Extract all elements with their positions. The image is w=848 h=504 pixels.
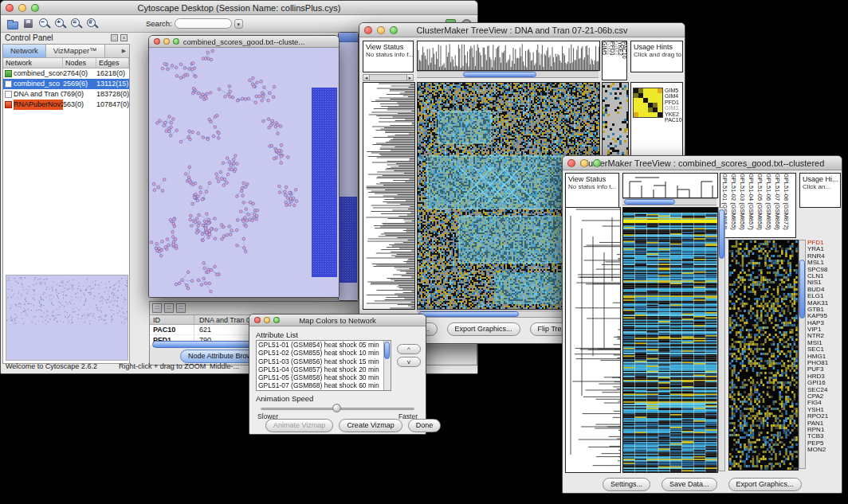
attribute-create-icon[interactable]: [164, 303, 174, 313]
search-dropdown-icon[interactable]: ▾: [234, 19, 243, 29]
control-panel: NetworkVizMapper™▶ Network Nodes Edges c…: [2, 44, 130, 364]
move-up-button[interactable]: ^: [397, 344, 421, 354]
tab-vizmapper[interactable]: VizMapper™: [46, 45, 105, 57]
close-button[interactable]: [154, 38, 160, 45]
column-label: GPL51-06 (GSM865): [764, 174, 773, 237]
listbox-vscrollbar[interactable]: [383, 341, 391, 390]
network-window-titlebar[interactable]: combined_scores_good.txt--cluste...: [149, 36, 339, 48]
dna-titlebar[interactable]: ClusterMaker TreeView : DNA and Tran 07-…: [359, 23, 685, 37]
hscrollbar-thumb[interactable]: [624, 199, 675, 205]
network-nodes-count: 2569(6): [63, 79, 96, 89]
attribute-list-item[interactable]: GPL51-05 (GSM858) heat shock 30 min: [257, 373, 391, 381]
birdseye-canvas[interactable]: [6, 275, 128, 360]
tab-network[interactable]: Network: [3, 45, 46, 57]
close-button[interactable]: [254, 317, 261, 323]
attribute-delete-icon[interactable]: [176, 303, 186, 313]
zoom-out-icon[interactable]: −: [37, 17, 51, 30]
hscrollbar-thumb[interactable]: [418, 311, 519, 317]
combined-detail-vscrollbar[interactable]: [799, 240, 806, 469]
attribute-list-item[interactable]: GPL51-01 (GSM854) heat shock 05 min: [257, 341, 391, 349]
combined-column-hscrollbar[interactable]: [622, 198, 716, 205]
matrix-gene-label: GIM4: [665, 93, 682, 99]
animation-speed-slider-thumb[interactable]: [332, 404, 341, 412]
row-id: PAC10: [150, 325, 194, 334]
attribute-list-item[interactable]: GPL51-04 (GSM857) heat shock 20 min: [257, 365, 391, 373]
combined-titlebar[interactable]: ClusterMaker TreeView : combined_scores_…: [563, 156, 842, 170]
zoom-button[interactable]: [31, 4, 39, 12]
attribute-list-label: Attribute List: [256, 330, 298, 339]
save-data-button[interactable]: Save Data...: [662, 478, 717, 491]
background-network-canvas[interactable]: [339, 42, 358, 300]
zoom-fit-icon[interactable]: =: [69, 17, 83, 30]
combined-heatmap-canvas[interactable]: [622, 207, 718, 473]
gene-label[interactable]: MON2: [807, 447, 841, 453]
view-status-hscrollbar[interactable]: ◄ ►: [363, 74, 414, 81]
combined-detail-heatmap-canvas[interactable]: [728, 240, 799, 471]
export-graphics-button[interactable]: Export Graphics...: [447, 322, 520, 336]
combined-heatmap-vscrollbar[interactable]: [718, 207, 725, 471]
network-list-item[interactable]: RNAPuberNov2563(0)107847(0): [3, 100, 129, 110]
scroll-left-icon[interactable]: ◄: [363, 74, 370, 81]
open-session-icon[interactable]: [6, 17, 19, 30]
attribute-list-item[interactable]: GPL51-07 (GSM868) heat shock 60 min: [257, 381, 391, 389]
combined-row-dendrogram[interactable]: [565, 207, 621, 473]
close-panel-icon[interactable]: ×: [120, 34, 128, 41]
status-middle-hint: Middle-...: [210, 362, 239, 370]
network-list-item[interactable]: combined_sco2569(6)13112(15): [3, 79, 129, 89]
vscrollbar-thumb[interactable]: [719, 209, 724, 259]
dna-usage-hints-panel: Usage Hints Click and drag to...: [630, 41, 683, 72]
dna-column-dendrogram[interactable]: [417, 41, 600, 71]
attribute-select-icon[interactable]: [152, 303, 162, 313]
zoom-button[interactable]: [173, 38, 179, 45]
network-view-canvas[interactable]: [149, 48, 339, 297]
zoom-in-icon[interactable]: +: [53, 17, 67, 30]
minimize-button[interactable]: [377, 26, 385, 34]
zoom-button[interactable]: [273, 317, 280, 323]
settings-button[interactable]: Settings...: [603, 478, 650, 491]
done-button[interactable]: Done: [408, 419, 442, 432]
minimize-button[interactable]: [580, 159, 588, 167]
background-network-window[interactable]: [338, 32, 359, 301]
column-header-network[interactable]: Network: [3, 58, 63, 68]
attribute-list-item[interactable]: GPL51-03 (GSM856) heat shock 15 min: [257, 357, 391, 365]
save-session-icon[interactable]: [22, 17, 35, 30]
network-icon: [5, 101, 12, 108]
vscrollbar-thumb[interactable]: [799, 260, 805, 318]
search-input[interactable]: [175, 18, 232, 29]
dna-row-dendrogram[interactable]: [363, 82, 415, 310]
vscrollbar-thumb[interactable]: [384, 342, 390, 359]
usage-hints-text: Click an...: [800, 183, 840, 190]
close-button[interactable]: [567, 159, 575, 167]
hscrollbar-thumb[interactable]: [463, 72, 536, 77]
dna-window-title: ClusterMaker TreeView : DNA and Tran 07-…: [416, 25, 627, 35]
network-list-item[interactable]: DNA and Tran 07769(0)183728(0): [3, 89, 129, 100]
combined-column-dendrogram[interactable]: [622, 173, 718, 198]
zoom-button[interactable]: [390, 26, 398, 34]
tab-overflow-icon[interactable]: ▶: [119, 45, 129, 57]
background-window-titlebar[interactable]: [339, 33, 358, 42]
birdseye-view[interactable]: [6, 275, 128, 361]
zoom-region-icon[interactable]: #: [85, 17, 99, 30]
animate-vizmap-button[interactable]: Animate Vizmap: [265, 419, 333, 432]
column-header-id[interactable]: ID: [150, 315, 194, 324]
close-button[interactable]: [364, 26, 372, 34]
minimize-button[interactable]: [18, 4, 26, 12]
minimize-button[interactable]: [163, 38, 170, 45]
dna-column-hscrollbar[interactable]: [417, 71, 599, 78]
network-nodes-count: 2764(0): [63, 68, 96, 79]
export-graphics-button[interactable]: Export Graphics...: [728, 478, 802, 491]
correlation-matrix-canvas[interactable]: [633, 88, 663, 118]
create-vizmap-button[interactable]: Create Vizmap: [339, 419, 402, 432]
minimize-button[interactable]: [264, 317, 270, 323]
network-list-item[interactable]: combined_scores2764(0)16218(0): [3, 68, 129, 79]
float-panel-icon[interactable]: □: [111, 34, 118, 41]
column-header-edges[interactable]: Edges: [96, 58, 129, 68]
main-titlebar[interactable]: Cytoscape Desktop (Session Name: collins…: [1, 1, 477, 15]
attribute-list-item[interactable]: GPL51-02 (GSM855) heat shock 10 min: [257, 349, 391, 357]
dialog-titlebar[interactable]: Map Colors to Network: [249, 315, 426, 326]
column-header-nodes[interactable]: Nodes: [63, 58, 96, 68]
zoom-button[interactable]: [593, 159, 601, 167]
close-button[interactable]: [6, 4, 14, 12]
scroll-right-icon[interactable]: ►: [406, 74, 414, 81]
move-down-button[interactable]: v: [397, 357, 421, 367]
